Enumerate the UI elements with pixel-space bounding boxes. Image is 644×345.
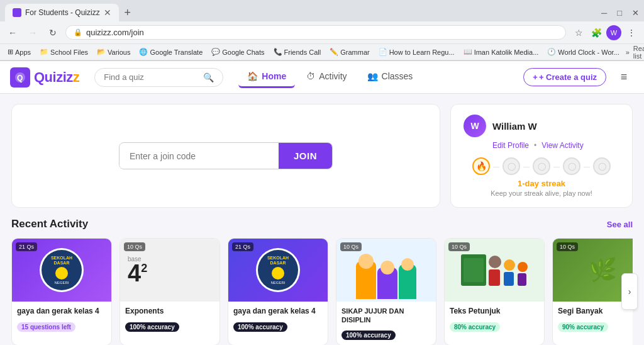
- join-code-input[interactable]: [119, 144, 279, 169]
- profile-links: Edit Profile • View Activity: [492, 141, 619, 150]
- search-icon[interactable]: 🔍: [203, 72, 214, 82]
- nav-activity[interactable]: ⏱ Activity: [297, 66, 355, 88]
- bookmark-various[interactable]: 📂 Various: [94, 47, 133, 57]
- bookmark-how-to-learn[interactable]: 📄 How to Learn Regu...: [376, 47, 457, 57]
- svg-text:Q: Q: [17, 74, 23, 82]
- exponent-number: 4: [128, 261, 141, 285]
- app-menu-button[interactable]: ≡: [614, 67, 634, 88]
- chalkboard: [461, 254, 486, 286]
- char-2: [377, 268, 397, 299]
- bookmark-google-translate[interactable]: 🌐 Google Translate: [136, 47, 205, 57]
- quiz-card-4[interactable]: 10 Qs: [336, 238, 436, 345]
- streak-dash-1: —: [493, 163, 499, 170]
- active-tab[interactable]: For Students - Quizizz ✕: [5, 4, 119, 21]
- window-minimize-button[interactable]: ─: [601, 8, 607, 18]
- quiz-thumb-5: 10 Qs: [445, 239, 544, 302]
- recent-header: Recent Activity See all: [11, 218, 633, 230]
- streak-dash-2: —: [523, 163, 530, 170]
- hamburger-icon: ≡: [621, 71, 628, 84]
- quiz-status-4: 100% accuracy: [341, 331, 396, 340]
- qs-badge-6: 10 Qs: [557, 242, 578, 251]
- edit-profile-link[interactable]: Edit Profile: [492, 141, 529, 150]
- scroll-right-button[interactable]: ›: [621, 273, 638, 310]
- reading-list-button[interactable]: Reading list: [633, 45, 644, 60]
- char-1: [356, 261, 376, 299]
- quiz-card-5[interactable]: 10 Qs: [444, 238, 545, 345]
- logo[interactable]: Q Quizizz: [10, 67, 79, 88]
- url-bar[interactable]: 🔒 quizizz.com/join: [65, 25, 566, 40]
- browser-actions: ☆ 🧩 W ⋮: [571, 25, 639, 40]
- create-quiz-button[interactable]: + + Create a quiz: [523, 68, 606, 86]
- quiz-card-2[interactable]: 10 Qs base 4 2 Exponents 100%: [119, 238, 220, 345]
- window-maximize-button[interactable]: □: [617, 8, 622, 18]
- browser-menu-button[interactable]: ⋮: [624, 25, 639, 40]
- app-container: Q Quizizz 🔍 🏠 Home ⏱ Activity 👥 Classes: [0, 61, 644, 345]
- nav-classes[interactable]: 👥 Classes: [358, 66, 422, 88]
- quiz-thumb-6: 10 Qs 🌿: [553, 239, 633, 302]
- search-box[interactable]: 🔍: [94, 68, 223, 87]
- app-header: Q Quizizz 🔍 🏠 Home ⏱ Activity 👥 Classes: [0, 61, 644, 94]
- chevron-right-icon: ›: [628, 286, 631, 297]
- streak-dash-4: —: [584, 163, 590, 170]
- view-activity-link[interactable]: View Activity: [541, 141, 583, 150]
- quiz-cards-row: 21 Qs SEKOLAHDASAR NEGERI gaya dan gerak: [11, 238, 633, 345]
- avatar: W: [464, 115, 486, 137]
- window-close-button[interactable]: ✕: [632, 8, 639, 18]
- world-clock-icon: 🕐: [547, 48, 556, 56]
- main-content: JOIN W William W Edit Profile • View Act…: [0, 94, 644, 345]
- quiz-info-4: SIKAP JUJUR DAN DISIPLIN 100% accuracy: [336, 302, 436, 345]
- reload-button[interactable]: ↻: [45, 25, 60, 40]
- iman-katolik-icon: 📖: [464, 48, 472, 56]
- bookmark-world-clock[interactable]: 🕐 World Clock - Wor...: [545, 47, 621, 57]
- search-input[interactable]: [104, 72, 198, 82]
- bookmarks-more-button[interactable]: »: [626, 48, 630, 56]
- forward-button[interactable]: →: [25, 25, 40, 40]
- cards-container: 21 Qs SEKOLAHDASAR NEGERI gaya dan gerak: [11, 238, 633, 345]
- quiz-thumb-4: 10 Qs: [336, 239, 436, 302]
- quiz-thumb-3: 21 Qs SEKOLAHDASAR NEGERI: [228, 239, 328, 302]
- nav-home[interactable]: 🏠 Home: [238, 66, 295, 88]
- how-to-learn-icon: 📄: [379, 48, 387, 56]
- profile-button[interactable]: W: [606, 25, 621, 40]
- bookmark-friends-call[interactable]: 📞 Friends Call: [271, 47, 324, 57]
- quiz-info-2: Exponents 100% accuracy: [120, 302, 219, 337]
- apps-icon: ⊞: [8, 48, 13, 56]
- teacher-figure: [489, 256, 501, 286]
- streak-day-2-icon: ◯: [502, 157, 520, 175]
- bookmark-star-icon[interactable]: ☆: [571, 25, 586, 40]
- join-button[interactable]: JOIN: [279, 143, 332, 169]
- tab-close-button[interactable]: ✕: [104, 8, 111, 18]
- streak-day-1-icon: 🔥: [472, 157, 490, 175]
- bookmark-apps[interactable]: ⊞ Apps: [5, 47, 33, 57]
- qs-badge-4: 10 Qs: [340, 242, 362, 251]
- bookmark-google-chats[interactable]: 💬 Google Chats: [209, 47, 267, 57]
- qs-badge-3: 21 Qs: [232, 242, 253, 251]
- profile-header: W William W: [464, 115, 619, 137]
- quiz-card-1[interactable]: 21 Qs SEKOLAHDASAR NEGERI gaya dan gerak: [11, 238, 112, 345]
- card-3-badge: SEKOLAHDASAR NEGERI: [256, 248, 300, 292]
- url-text: quizizz.com/join: [86, 28, 144, 37]
- quiz-card-6[interactable]: 10 Qs 🌿 Segi Banyak 90% accuracy: [552, 238, 633, 345]
- student-figure-1: [504, 259, 515, 286]
- streak-sub: Keep your streak alive, play now!: [464, 189, 619, 197]
- plant-icon: 🌿: [589, 257, 617, 283]
- quiz-info-1: gaya dan gerak kelas 4 15 questions left: [12, 302, 111, 337]
- activity-icon: ⏱: [306, 71, 315, 81]
- bookmark-grammar[interactable]: ✏️ Grammar: [327, 47, 372, 57]
- profile-name: William W: [492, 121, 537, 132]
- exponent-power: 2: [141, 263, 147, 274]
- bookmark-school-files[interactable]: 📁 School Files: [37, 47, 91, 57]
- ssl-icon: 🔒: [74, 28, 82, 37]
- new-tab-button[interactable]: +: [119, 4, 136, 21]
- streak-day-5-icon: ◯: [593, 157, 611, 175]
- extensions-button[interactable]: 🧩: [589, 25, 604, 40]
- bookmarks-bar: ⊞ Apps 📁 School Files 📂 Various 🌐 Google…: [0, 44, 644, 60]
- header-actions: + + Create a quiz ≡: [523, 67, 634, 88]
- recent-title: Recent Activity: [11, 218, 88, 230]
- bookmark-iman-katolik[interactable]: 📖 Iman Katolik Media...: [461, 47, 541, 57]
- back-button[interactable]: ←: [5, 25, 20, 40]
- qs-badge-1: 21 Qs: [16, 242, 37, 251]
- see-all-button[interactable]: See all: [607, 220, 633, 229]
- quiz-card-3[interactable]: 21 Qs SEKOLAHDASAR NEGERI gaya dan gerak: [228, 238, 328, 345]
- qs-badge-2: 10 Qs: [124, 242, 145, 251]
